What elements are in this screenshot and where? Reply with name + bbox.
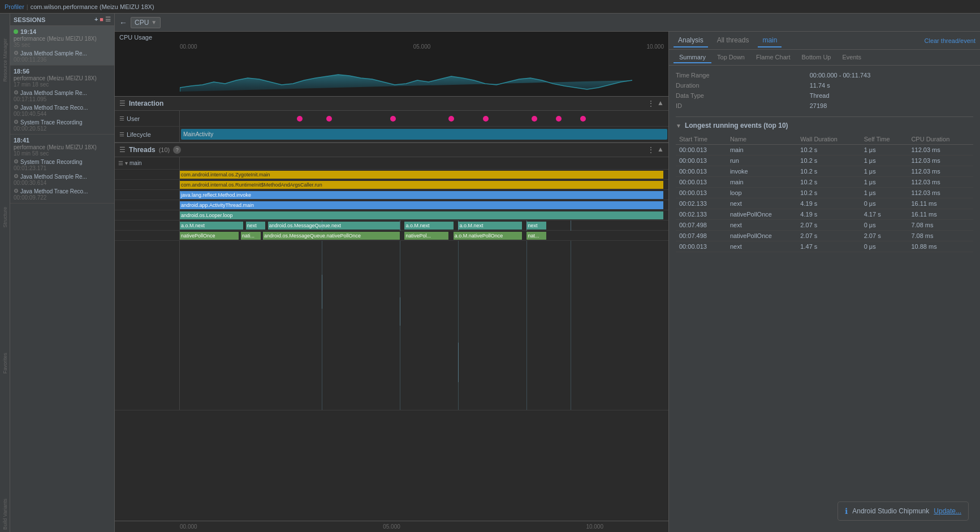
- interaction-collapse-button[interactable]: ▲: [657, 99, 664, 108]
- favorites-tab[interactable]: Favorites: [2, 351, 8, 376]
- threads-collapse-button[interactable]: ▲: [657, 145, 664, 154]
- analysis-tab-all-threads[interactable]: All threads: [713, 34, 754, 47]
- notification-update-link[interactable]: Update...: [934, 507, 961, 515]
- session-item[interactable]: 18:56 performance (Meizu MEIZU 18X) 17 m…: [10, 66, 114, 135]
- threads-hamburger: ☰: [119, 146, 126, 154]
- thread-count: (10): [159, 146, 170, 153]
- call-bar-data-5[interactable]: android.os.Looper.loop: [180, 210, 668, 220]
- analysis-tab-main[interactable]: main: [758, 34, 782, 47]
- lifecycle-row-content[interactable]: MainActivity: [180, 127, 668, 142]
- table-row[interactable]: 00:07.498nativePollOnce2.07 s2.07 s7.08 …: [676, 231, 973, 241]
- table-cell: 00:00.013: [676, 155, 727, 166]
- recording-label-2: Java Method Trace Reco...: [20, 105, 88, 111]
- recording-label-3: System Trace Recording: [20, 119, 83, 126]
- threads-info-icon[interactable]: ?: [173, 146, 181, 154]
- id-value: 27198: [810, 101, 973, 111]
- table-cell: 1 μs: [861, 188, 908, 198]
- user-row: ☰ User: [115, 111, 668, 127]
- cpu-selector[interactable]: CPU ▼: [131, 17, 161, 28]
- call-bar-data-4[interactable]: android.app.ActivityThread.main: [180, 200, 668, 210]
- call-bar-row-1: com.android.internal.os.ZygoteInit.main: [115, 170, 668, 180]
- table-cell: 00:02.133: [676, 198, 727, 209]
- longest-events-header[interactable]: ▼ Longest running events (top 10): [676, 122, 973, 129]
- table-cell: nativePollOnce: [727, 231, 797, 241]
- table-cell: 0 μs: [861, 220, 908, 231]
- table-row[interactable]: 00:02.133nativePollOnce4.19 s4.17 s16.11…: [676, 209, 973, 220]
- analysis-tab-analysis[interactable]: Analysis: [674, 34, 708, 47]
- thread-row-main-header: ☰ ▾ main: [115, 157, 668, 170]
- view-tab-events[interactable]: Events: [836, 52, 867, 63]
- call-bar-next-3: android.os.MessageQueue.next: [268, 222, 400, 230]
- table-row[interactable]: 00:00.013main10.2 s1 μs112.03 ms: [676, 145, 973, 155]
- session-item[interactable]: 19:14 performance (Meizu MEIZU 18X) 35 s…: [10, 26, 114, 66]
- view-tab-summary[interactable]: Summary: [674, 52, 711, 63]
- interaction-dot-6: [532, 116, 537, 122]
- threads-title: Threads: [129, 146, 156, 154]
- expand-arrow[interactable]: ▾: [125, 160, 128, 166]
- view-tab-flamechart[interactable]: Flame Chart: [750, 52, 796, 63]
- lifecycle-bar: MainActivity: [181, 129, 667, 140]
- call-bar-data-3[interactable]: java.lang.reflect.Method.invoke: [180, 190, 668, 200]
- build-variants-tab[interactable]: Build Variants: [2, 496, 8, 532]
- top-bar: ← CPU ▼: [115, 14, 980, 32]
- call-bar-next-1: a.o.M.next: [180, 222, 243, 230]
- cpu-usage-area[interactable]: CPU Usage 00.000 05.000 10.000: [115, 32, 668, 97]
- session-options-button[interactable]: ☰: [105, 16, 111, 23]
- longest-events-table: Start Time Name Wall Duration Self Time …: [676, 134, 973, 252]
- call-bar-next-5: a.o.M.next: [458, 222, 521, 230]
- table-cell: 7.08 ms: [908, 220, 973, 231]
- threads-more-button[interactable]: ⋮: [647, 145, 655, 154]
- session-item[interactable]: 18:41 performance (Meizu MEIZU 18X) 10 m…: [10, 135, 114, 204]
- resource-manager-tab[interactable]: Resource Manager: [2, 36, 8, 84]
- time-range-value: 00:00.000 - 00:11.743: [810, 70, 973, 80]
- call-bar-method-invoke: java.lang.reflect.Method.invoke: [180, 191, 663, 199]
- table-row[interactable]: 00:07.498next2.07 s0 μs7.08 ms: [676, 220, 973, 231]
- vline-tall-1: [322, 241, 322, 410]
- duration-row: Duration 11.74 s: [676, 80, 973, 90]
- lifecycle-label: ☰ Lifecycle: [115, 127, 180, 142]
- interaction-dot-4: [448, 116, 454, 122]
- interaction-more-button[interactable]: ⋮: [647, 99, 655, 108]
- bottom-t2: 10.000: [586, 524, 603, 530]
- table-cell: next: [727, 220, 797, 231]
- interaction-title: Interaction: [129, 100, 644, 107]
- table-row[interactable]: 00:00.013main10.2 s1 μs112.03 ms: [676, 177, 973, 188]
- table-cell: 2.07 s: [861, 231, 908, 241]
- user-row-content[interactable]: [180, 111, 668, 126]
- stop-session-button[interactable]: ■: [100, 16, 103, 23]
- call-bar-data-1[interactable]: com.android.internal.os.ZygoteInit.main: [180, 170, 668, 180]
- cpu-label: CPU: [135, 19, 149, 27]
- table-cell: next: [727, 198, 797, 209]
- call-bar-data-7[interactable]: nativePollOnce nati... android.os.Messag…: [180, 231, 668, 241]
- call-bar-data-6[interactable]: a.o.M.next next android.os.MessageQueue.…: [180, 220, 668, 231]
- thread-main-data[interactable]: [180, 157, 668, 169]
- view-tab-topdown[interactable]: Top Down: [711, 52, 750, 63]
- profiler-label: Profiler: [5, 3, 24, 10]
- view-tab-bottomup[interactable]: Bottom Up: [796, 52, 837, 63]
- session-duration: 17 min 18 sec: [14, 81, 111, 88]
- analysis-panel: Analysis All threads main Clear thread/e…: [669, 32, 980, 532]
- thread-label-empty-4: [115, 200, 180, 210]
- call-bar-row-6: a.o.M.next next android.os.MessageQueue.…: [115, 220, 668, 231]
- table-cell: 00:00.013: [676, 241, 727, 252]
- bottom-t0: 00.000: [180, 524, 197, 530]
- call-bar-data-2[interactable]: com.android.internal.os.RuntimeInit$Meth…: [180, 180, 668, 190]
- vline-tall-5: [571, 241, 571, 410]
- session-time-label: 18:56: [14, 68, 29, 75]
- table-row[interactable]: 00:00.013loop10.2 s1 μs112.03 ms: [676, 188, 973, 198]
- clear-thread-link[interactable]: Clear thread/event: [925, 37, 976, 44]
- table-row[interactable]: 00:00.013invoke10.2 s1 μs112.03 ms: [676, 166, 973, 177]
- table-row[interactable]: 00:00.013run10.2 s1 μs112.03 ms: [676, 155, 973, 166]
- table-cell: 10.88 ms: [908, 241, 973, 252]
- table-row[interactable]: 00:00.013next1.47 s0 μs10.88 ms: [676, 241, 973, 252]
- table-cell: 16.11 ms: [908, 209, 973, 220]
- back-button[interactable]: ←: [119, 18, 127, 27]
- col-name: Name: [727, 134, 797, 145]
- structure-tab[interactable]: Structure: [2, 205, 8, 230]
- empty-data-area[interactable]: [180, 241, 668, 410]
- table-row[interactable]: 00:02.133next4.19 s0 μs16.11 ms: [676, 198, 973, 209]
- table-cell: 00:00.013: [676, 166, 727, 177]
- add-session-button[interactable]: +: [94, 16, 98, 23]
- table-cell: 112.03 ms: [908, 166, 973, 177]
- session-time-label: 18:41: [14, 137, 29, 144]
